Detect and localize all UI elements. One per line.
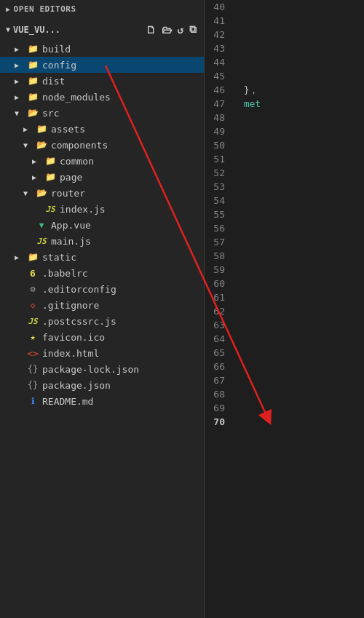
static-label: static <box>42 252 76 263</box>
common-arrow: ▶ <box>32 157 44 165</box>
postcssrc-label: .postcssrc.js <box>42 316 116 327</box>
project-title: VUE_VU... <box>13 25 144 35</box>
line-num-55: 55 <box>205 209 232 220</box>
refresh-icon[interactable]: ↺ <box>176 23 185 37</box>
project-icons: 🗋 🗁 ↺ ⧉ <box>144 22 198 37</box>
readme-label: README.md <box>42 396 93 407</box>
line-num-69: 69 <box>205 403 232 413</box>
git-icon: ◇ <box>26 299 39 311</box>
editor-area: 40 41 42 43 44 45 46 }， 47 met 48 49 <box>205 0 364 618</box>
line-43: 43 <box>205 41 364 55</box>
editorconfig-label: .editorconfig <box>42 284 116 295</box>
open-editors-section[interactable]: ▶ OPEN EDITORS <box>0 0 204 18</box>
file-gitignore[interactable]: ◇ .gitignore <box>0 297 204 313</box>
line-44: 44 <box>205 55 364 69</box>
line-num-46: 46 <box>205 84 232 95</box>
line-67: 67 <box>205 373 364 387</box>
line-numbers: 40 41 42 43 44 45 46 }， 47 met 48 49 <box>205 0 364 429</box>
line-53: 53 <box>205 180 364 194</box>
package-json-label: package.json <box>42 380 111 391</box>
folder-build[interactable]: ▶ 📁 build <box>0 41 204 57</box>
babel-icon: 6 <box>26 267 39 279</box>
page-arrow: ▶ <box>32 173 44 181</box>
src-label: src <box>42 108 59 119</box>
html-icon: <> <box>26 347 39 359</box>
line-46: 46 }， <box>205 83 364 97</box>
new-file-icon[interactable]: 🗋 <box>144 23 157 37</box>
line-57: 57 <box>205 235 364 249</box>
line-65: 65 <box>205 346 364 360</box>
gear-icon: ⚙ <box>26 283 39 295</box>
new-folder-icon[interactable]: 🗁 <box>160 23 173 37</box>
line-42: 42 <box>205 28 364 41</box>
line-50: 50 <box>205 138 364 152</box>
line-59: 59 <box>205 263 364 277</box>
folder-icon: 📂 <box>35 139 48 151</box>
vue-icon: ▼ <box>35 219 48 231</box>
line-52: 52 <box>205 166 364 180</box>
file-readme[interactable]: ℹ README.md <box>0 393 204 409</box>
line-55: 55 <box>205 207 364 221</box>
line-49: 49 <box>205 124 364 138</box>
folder-dist[interactable]: ▶ 📁 dist <box>0 73 204 89</box>
json-icon: {} <box>26 379 39 391</box>
file-package-json[interactable]: {} package.json <box>0 377 204 393</box>
line-num-53: 53 <box>205 181 232 192</box>
open-editors-label: OPEN EDITORS <box>14 4 76 14</box>
gitignore-label: .gitignore <box>42 300 99 311</box>
file-router-index-js[interactable]: JS index.js <box>0 201 204 217</box>
line-num-67: 67 <box>205 375 232 386</box>
folder-static[interactable]: ▶ 📁 static <box>0 249 204 265</box>
project-arrow: ▼ <box>6 25 10 33</box>
components-arrow: ▼ <box>23 141 35 149</box>
line-69: 69 <box>205 401 364 415</box>
components-label: components <box>51 140 108 151</box>
line-num-66: 66 <box>205 361 232 372</box>
index-html-label: index.html <box>42 348 99 359</box>
js-icon: JS <box>35 235 48 247</box>
folder-icon: 📁 <box>35 123 48 135</box>
file-index-html[interactable]: <> index.html <box>0 345 204 361</box>
line-num-63: 63 <box>205 320 232 330</box>
file-app-vue[interactable]: ▼ App.vue <box>0 217 204 233</box>
line-num-62: 62 <box>205 306 232 317</box>
folder-router[interactable]: ▼ 📂 router <box>0 185 204 201</box>
line-48: 48 <box>205 111 364 124</box>
file-favicon[interactable]: ★ favicon.ico <box>0 329 204 345</box>
line-64: 64 <box>205 332 364 346</box>
file-editorconfig[interactable]: ⚙ .editorconfig <box>0 281 204 297</box>
line-num-59: 59 <box>205 264 232 275</box>
folder-page[interactable]: ▶ 📁 page <box>0 169 204 185</box>
folder-src[interactable]: ▼ 📂 src <box>0 105 204 121</box>
project-header[interactable]: ▼ VUE_VU... 🗋 🗁 ↺ ⧉ <box>0 18 204 41</box>
line-num-64: 64 <box>205 333 232 344</box>
line-num-43: 43 <box>205 43 232 54</box>
folder-components[interactable]: ▼ 📂 components <box>0 137 204 153</box>
collapse-icon[interactable]: ⧉ <box>188 22 198 37</box>
file-main-js[interactable]: JS main.js <box>0 233 204 249</box>
file-package-lock[interactable]: {} package-lock.json <box>0 361 204 377</box>
line-58: 58 <box>205 249 364 263</box>
folder-config[interactable]: ▶ 📁 config <box>0 57 204 73</box>
folder-icon: 📁 <box>26 251 39 263</box>
star-icon: ★ <box>26 331 39 343</box>
line-68: 68 <box>205 387 364 401</box>
file-postcssrc[interactable]: JS .postcssrc.js <box>0 313 204 329</box>
node-modules-arrow: ▶ <box>15 93 26 101</box>
line-70: 70 <box>205 415 364 429</box>
line-62: 62 <box>205 304 364 318</box>
folder-icon: 📂 <box>35 187 48 199</box>
folder-assets[interactable]: ▶ 📁 assets <box>0 121 204 137</box>
line-51: 51 <box>205 152 364 166</box>
config-arrow: ▶ <box>15 61 26 69</box>
line-num-44: 44 <box>205 57 232 68</box>
line-45: 45 <box>205 69 364 83</box>
js-icon: JS <box>44 203 57 215</box>
line-num-45: 45 <box>205 71 232 82</box>
folder-common[interactable]: ▶ 📁 common <box>0 153 204 169</box>
babelrc-label: .babelrc <box>42 268 88 279</box>
sidebar: ▶ OPEN EDITORS ▼ VUE_VU... 🗋 🗁 ↺ ⧉ ▶ 📁 b… <box>0 0 204 618</box>
file-babelrc[interactable]: 6 .babelrc <box>0 265 204 281</box>
folder-node-modules[interactable]: ▶ 📁 node_modules <box>0 89 204 105</box>
node-modules-label: node_modules <box>42 92 111 103</box>
